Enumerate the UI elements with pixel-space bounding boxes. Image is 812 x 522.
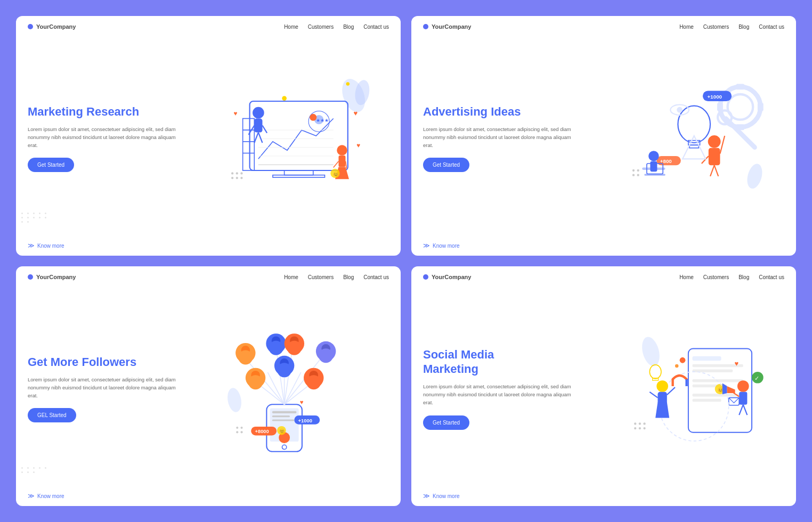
svg-point-41: [346, 82, 350, 86]
card-text-1: Marketing Research Lorem ipsum dolor sit…: [28, 38, 180, 233]
card-text-3: Get More Followers Lorem ipsum dolor sit…: [28, 289, 180, 484]
nav-blog-1[interactable]: Blog: [343, 24, 354, 30]
get-started-btn-1[interactable]: Get Started: [28, 158, 74, 172]
know-more-text-2[interactable]: Know more: [433, 243, 460, 249]
svg-point-48: [678, 106, 710, 143]
svg-line-19: [258, 133, 263, 143]
svg-point-40: [282, 96, 287, 101]
card-text-2: Advertising Ideas Lorem ipsum dolor sit …: [423, 38, 575, 233]
svg-point-54: [677, 107, 683, 113]
svg-rect-10: [242, 119, 254, 171]
svg-text:♥: ♥: [353, 109, 358, 117]
svg-text:+1000: +1000: [707, 94, 722, 100]
brand-name-2: YourCompany: [432, 23, 471, 30]
know-more-text-3[interactable]: Know more: [37, 493, 64, 499]
svg-point-37: [231, 177, 233, 179]
know-more-icon-1: ≫: [28, 242, 35, 249]
nav-customers-1[interactable]: Customers: [308, 24, 334, 30]
nav-links-1: Home Customers Blog Contact us: [284, 24, 389, 30]
svg-point-97: [238, 350, 253, 364]
svg-point-100: [269, 341, 283, 355]
nav-contact-4[interactable]: Contact us: [759, 274, 784, 280]
nav-customers-2[interactable]: Customers: [703, 24, 729, 30]
get-started-btn-3[interactable]: GEL Started: [28, 408, 76, 422]
svg-line-18: [254, 133, 258, 143]
svg-point-31: [310, 114, 316, 121]
card-desc-4: Lorem ipsum dolor sit amet, consectetuer…: [423, 382, 575, 407]
nav-contact-1[interactable]: Contact us: [363, 24, 389, 30]
nav-bar-3: YourCompany Home Customers Blog Contact …: [16, 266, 401, 280]
nav-bar-4: YourCompany Home Customers Blog Contact …: [411, 266, 796, 280]
nav-home-3[interactable]: Home: [284, 274, 298, 280]
nav-customers-4[interactable]: Customers: [703, 274, 729, 280]
svg-rect-60: [650, 161, 657, 172]
svg-point-38: [236, 177, 238, 179]
svg-point-164: [643, 427, 645, 429]
svg-rect-81: [272, 419, 294, 421]
nav-blog-4[interactable]: Blog: [738, 274, 749, 280]
brand-dot-1: [28, 24, 33, 29]
svg-point-138: [659, 372, 728, 441]
svg-point-35: [236, 172, 238, 174]
nav-blog-2[interactable]: Blog: [738, 24, 749, 30]
svg-point-14: [253, 107, 264, 119]
svg-point-117: [226, 387, 243, 413]
svg-point-115: [306, 375, 321, 389]
svg-point-39: [240, 177, 242, 179]
svg-point-139: [656, 380, 668, 392]
card-social-media-marketing: YourCompany Home Customers Blog Contact …: [411, 266, 796, 506]
nav-customers-3[interactable]: Customers: [308, 274, 334, 280]
svg-point-123: [236, 431, 238, 433]
svg-rect-65: [709, 148, 720, 166]
svg-point-34: [231, 172, 233, 174]
svg-rect-127: [692, 356, 721, 361]
svg-text:♥: ♥: [299, 399, 303, 405]
svg-rect-63: [644, 174, 665, 176]
get-started-btn-2[interactable]: Get Started: [423, 158, 469, 172]
svg-point-59: [648, 151, 659, 161]
card-get-more-followers: YourCompany Home Customers Blog Contact …: [16, 266, 401, 506]
nav-contact-3[interactable]: Contact us: [363, 274, 389, 280]
svg-point-148: [737, 380, 749, 392]
svg-rect-4: [273, 175, 325, 177]
know-more-icon-2: ≫: [423, 242, 430, 249]
svg-point-146: [649, 365, 661, 379]
nav-bar-2: YourCompany Home Customers Blog Contact …: [411, 16, 796, 30]
card-title-1: Marketing Research: [28, 105, 180, 119]
svg-point-64: [708, 135, 720, 148]
svg-point-121: [236, 427, 238, 429]
nav-contact-2[interactable]: Contact us: [759, 24, 784, 30]
nav-home-1[interactable]: Home: [284, 24, 298, 30]
card-title-2: Advertising Ideas: [423, 105, 575, 119]
svg-rect-2: [249, 101, 347, 170]
card-desc-1: Lorem ipsum dolor sit amet, consectetuer…: [28, 125, 180, 150]
know-more-icon-4: ≫: [423, 492, 430, 500]
card-text-4: Social Media Marketing Lorem ipsum dolor…: [423, 289, 575, 484]
svg-rect-80: [272, 415, 289, 417]
know-more-text-1[interactable]: Know more: [37, 243, 64, 249]
svg-text:+8000: +8000: [255, 429, 269, 434]
nav-blog-3[interactable]: Blog: [343, 274, 354, 280]
svg-point-72: [632, 169, 635, 172]
marketing-svg: ♥ ♥ ♥ ★★★ 😊: [180, 67, 389, 205]
card-desc-3: Lorem ipsum dolor sit amet, consectetuer…: [28, 376, 180, 400]
card-marketing-research: YourCompany Home Customers Blog Contact …: [16, 16, 401, 256]
nav-home-2[interactable]: Home: [679, 24, 694, 30]
svg-text:+1000: +1000: [298, 418, 312, 423]
illustration-marketing: ♥ ♥ ♥ ★★★ 😊: [180, 38, 389, 233]
brand-dot-3: [28, 274, 33, 280]
svg-point-125: [639, 335, 662, 368]
svg-rect-15: [254, 119, 262, 133]
card-footer-3: ≫ Know more: [16, 489, 401, 506]
nav-bar-1: YourCompany Home Customers Blog Contact …: [16, 16, 401, 30]
svg-point-161: [634, 427, 636, 429]
svg-line-67: [720, 136, 725, 154]
know-more-text-4[interactable]: Know more: [433, 493, 460, 499]
svg-rect-79: [272, 411, 296, 413]
nav-home-4[interactable]: Home: [679, 274, 694, 280]
get-started-btn-4[interactable]: Get Started: [423, 415, 469, 430]
illustration-advertising: +1000 +800: [575, 38, 784, 233]
know-more-icon-3: ≫: [28, 492, 35, 500]
svg-point-124: [240, 431, 242, 433]
svg-point-75: [637, 174, 639, 176]
